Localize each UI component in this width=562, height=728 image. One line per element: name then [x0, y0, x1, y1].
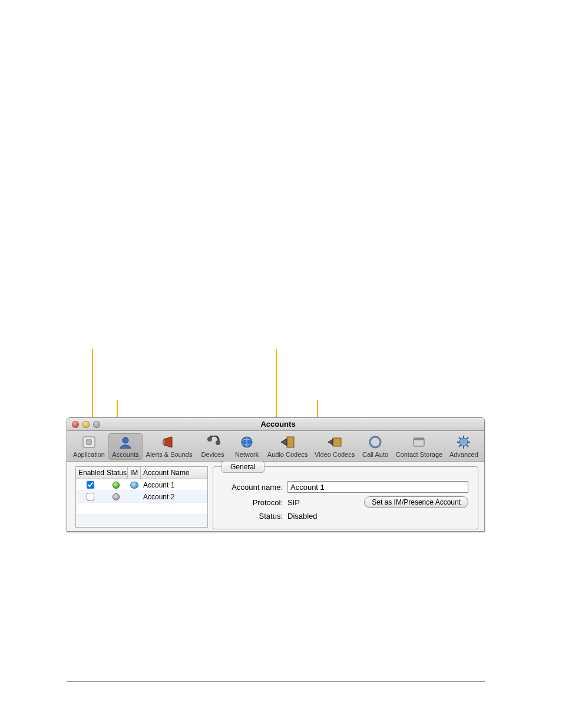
call-auto-icon: [367, 435, 384, 449]
im-indicator-icon: [130, 482, 138, 489]
accounts-icon: [117, 435, 134, 449]
svg-point-14: [459, 438, 468, 446]
table-row[interactable]: Account 2: [76, 491, 207, 503]
toolbar-item-video-codecs[interactable]: Video Codecs: [311, 433, 358, 460]
svg-point-4: [207, 437, 212, 442]
toolbar-item-accounts[interactable]: Accounts: [108, 433, 143, 460]
application-icon: [81, 435, 97, 449]
network-icon: [239, 435, 255, 449]
status-indicator-icon: [113, 482, 120, 489]
toolbar-item-network[interactable]: Network: [230, 433, 264, 460]
toolbar-item-application[interactable]: Application: [70, 433, 108, 460]
toolbar-item-contact-storage[interactable]: Contact Storage: [392, 433, 446, 460]
video-codecs-icon: [326, 435, 343, 449]
account-name-field[interactable]: [287, 481, 468, 493]
toolbar-label: Alerts & Sounds: [146, 451, 193, 458]
svg-line-21: [467, 437, 468, 439]
account-detail-pane: General Account name: Protocol: SIP Set …: [213, 466, 478, 528]
toolbar-label: Network: [235, 451, 259, 458]
window-title: Accounts: [77, 420, 480, 429]
tab-general[interactable]: General: [222, 461, 265, 473]
svg-rect-9: [333, 438, 341, 446]
toolbar-item-audio-codecs[interactable]: Audio Codecs: [264, 433, 311, 460]
footer-rule: [67, 681, 485, 681]
toolbar-item-alerts-sounds[interactable]: Alerts & Sounds: [143, 433, 196, 460]
header-enabled[interactable]: Enabled: [76, 467, 104, 479]
table-header: Enabled Status IM Account Name: [76, 467, 207, 479]
svg-point-2: [123, 437, 128, 443]
toolbar-label: Devices: [201, 451, 224, 458]
label-account-name: Account name:: [223, 483, 287, 492]
advanced-icon: [455, 435, 472, 449]
toolbar-label: Call Auto: [362, 451, 388, 458]
svg-line-19: [459, 437, 461, 439]
svg-point-5: [216, 440, 220, 445]
account-name-cell: Account 2: [141, 493, 207, 501]
table-row[interactable]: [76, 503, 207, 515]
svg-line-22: [459, 445, 461, 447]
status-indicator-icon: [113, 493, 120, 500]
toolbar-item-call-auto[interactable]: Call Auto: [358, 433, 392, 460]
svg-rect-1: [87, 440, 91, 444]
svg-marker-8: [281, 439, 287, 446]
toolbar-label: Advanced: [449, 451, 478, 458]
toolbar-label: Video Codecs: [315, 451, 355, 458]
audio-codecs-icon: [279, 435, 296, 449]
alerts-icon: [161, 435, 177, 449]
toolbar-label: Contact Storage: [396, 451, 443, 458]
enabled-checkbox[interactable]: [87, 493, 94, 500]
header-im[interactable]: IM: [128, 467, 141, 479]
svg-rect-7: [287, 437, 294, 447]
preferences-window: Accounts Application Accounts Alerts & S…: [67, 417, 485, 532]
account-name-cell: Account 1: [141, 481, 207, 489]
account-list-table: Enabled Status IM Account Name Account 1…: [75, 466, 208, 528]
titlebar: Accounts: [67, 418, 484, 431]
toolbar-label: Audio Codecs: [267, 451, 308, 458]
table-row[interactable]: [76, 515, 207, 526]
preferences-toolbar: Application Accounts Alerts & Sounds Dev…: [67, 431, 484, 462]
svg-rect-3: [163, 440, 165, 444]
devices-icon: [204, 435, 221, 449]
toolbar-label: Application: [73, 451, 105, 458]
svg-rect-13: [414, 438, 424, 440]
header-status[interactable]: Status: [104, 467, 128, 479]
toolbar-label: Accounts: [112, 451, 138, 458]
protocol-value: SIP: [287, 498, 300, 507]
label-status: Status:: [223, 512, 287, 521]
enabled-checkbox[interactable]: [87, 481, 94, 489]
status-value: Disabled: [287, 512, 318, 521]
set-im-presence-button[interactable]: Set as IM/Presence Account: [364, 496, 468, 508]
svg-marker-10: [328, 439, 333, 445]
label-protocol: Protocol:: [223, 498, 287, 507]
contact-storage-icon: [411, 435, 427, 449]
toolbar-item-devices[interactable]: Devices: [196, 433, 230, 460]
general-tab-box: General Account name: Protocol: SIP Set …: [213, 466, 478, 529]
svg-line-20: [467, 445, 468, 447]
toolbar-item-advanced[interactable]: Advanced: [446, 433, 482, 460]
header-account-name[interactable]: Account Name: [141, 467, 207, 479]
table-row[interactable]: Account 1: [76, 479, 207, 491]
